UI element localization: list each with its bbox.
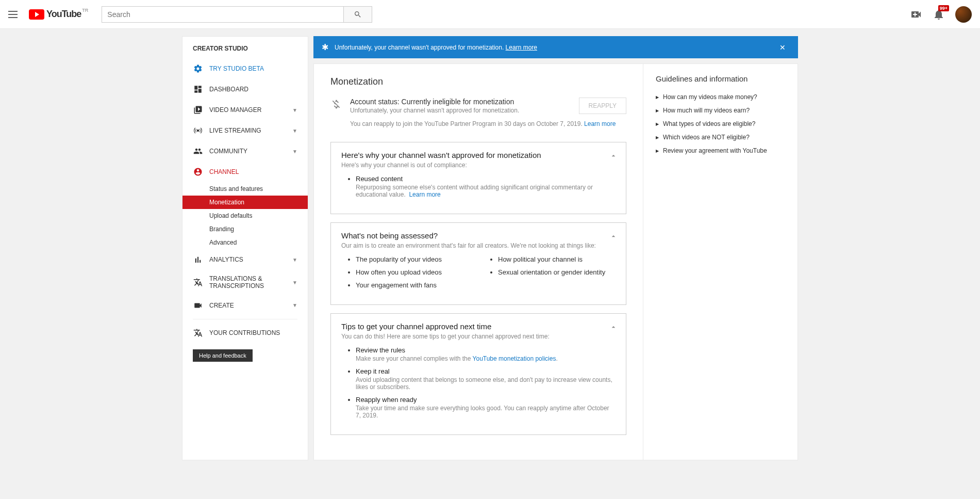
- chevron-down-icon: ▼: [292, 107, 297, 113]
- card-subheading: Here's why your channel is out of compli…: [341, 162, 616, 169]
- card-tips: Tips to get your channel approved next t…: [330, 313, 626, 435]
- sidebar-item-live[interactable]: LIVE STREAMING ▼: [182, 120, 308, 141]
- sidebar-sub-status[interactable]: Status and features: [182, 182, 308, 196]
- tip-desc: Take your time and make sure everything …: [356, 405, 616, 419]
- chevron-down-icon: ▼: [292, 257, 297, 263]
- sidebar-try-beta[interactable]: TRY STUDIO BETA: [182, 58, 308, 79]
- policies-link[interactable]: YouTube monetization policies: [473, 355, 556, 362]
- avatar[interactable]: [955, 6, 972, 23]
- chevron-up-icon: [609, 152, 618, 160]
- list-item: Keep it real Avoid uploading content tha…: [356, 367, 616, 391]
- sidebar-item-contributions[interactable]: YOUR CONTRIBUTIONS: [182, 323, 308, 343]
- tip-desc: Make sure your channel complies with the: [356, 355, 473, 362]
- sidebar-item-channel[interactable]: CHANNEL: [182, 162, 308, 182]
- help-feedback-button[interactable]: Help and feedback: [193, 349, 253, 362]
- reason-title: Reused content: [356, 175, 403, 183]
- camera-icon: [193, 300, 203, 311]
- chevron-up-icon: [609, 232, 618, 240]
- learn-more-link[interactable]: Learn more: [584, 120, 616, 127]
- youtube-logo[interactable]: YouTube TR: [29, 9, 81, 20]
- sidebar-label: DASHBOARD: [209, 86, 297, 93]
- collapse-button[interactable]: [609, 152, 618, 160]
- list-item: Reapply when ready Take your time and ma…: [356, 396, 616, 419]
- guideline-link[interactable]: How much will my videos earn?: [656, 104, 785, 117]
- sidebar-sub-advanced[interactable]: Advanced: [182, 236, 308, 249]
- list-item: How often you upload videos: [356, 268, 473, 276]
- reapply-button[interactable]: REAPPLY: [579, 98, 626, 114]
- info-icon: ✱: [322, 42, 328, 52]
- sidebar-item-dashboard[interactable]: DASHBOARD: [182, 79, 308, 100]
- alert-learn-more-link[interactable]: Learn more: [506, 44, 537, 51]
- sidebar-sub-upload-defaults[interactable]: Upload defaults: [182, 209, 308, 222]
- main-content: ✱ Unfortunately, your channel wasn't app…: [313, 36, 798, 460]
- sidebar-item-analytics[interactable]: ANALYTICS ▼: [182, 249, 308, 270]
- guideline-link[interactable]: Review your agreement with YouTube: [656, 144, 785, 157]
- card-reason: Here's why your channel wasn't approved …: [330, 142, 626, 214]
- search-button[interactable]: [344, 6, 372, 23]
- sidebar-item-video-manager[interactable]: VIDEO MANAGER ▼: [182, 100, 308, 120]
- upload-button[interactable]: [910, 8, 922, 21]
- sidebar-item-translations[interactable]: TRANSLATIONS & TRANSCRIPTIONS ▼: [182, 270, 308, 295]
- youtube-icon: [29, 9, 44, 20]
- search-input[interactable]: [102, 6, 344, 23]
- sidebar-sub-branding[interactable]: Branding: [182, 222, 308, 236]
- alert-banner: ✱ Unfortunately, your channel wasn't app…: [313, 36, 798, 58]
- chevron-down-icon: ▼: [292, 128, 297, 134]
- list-item: Reused content Repurposing someone else'…: [356, 175, 616, 198]
- collapse-button[interactable]: [609, 323, 618, 331]
- app-header: YouTube TR 99+: [0, 0, 980, 29]
- tip-desc: Avoid uploading content that belongs to …: [356, 376, 616, 391]
- person-icon: [193, 167, 203, 177]
- guidelines-heading: Guidelines and information: [656, 74, 785, 83]
- dashboard-icon: [193, 84, 203, 94]
- list-item: Sexual orientation or gender identity: [498, 268, 616, 276]
- translate-icon: [193, 277, 203, 287]
- card-not-assessed: What's not being assessed? Our aim is to…: [330, 222, 626, 305]
- hamburger-menu[interactable]: [8, 8, 21, 21]
- card-subheading: Our aim is to create an environment that…: [341, 242, 616, 249]
- guideline-link[interactable]: Which videos are NOT eligible?: [656, 131, 785, 144]
- chevron-down-icon: ▼: [292, 302, 297, 308]
- alert-text: Unfortunately, your channel wasn't appro…: [335, 44, 504, 51]
- sidebar-sub-monetization[interactable]: Monetization: [182, 196, 308, 209]
- chevron-down-icon: ▼: [292, 149, 297, 154]
- learn-more-link[interactable]: Learn more: [409, 191, 440, 198]
- collapse-button[interactable]: [609, 232, 618, 240]
- list-item: Review the rules Make sure your channel …: [356, 346, 616, 362]
- reason-desc: Repurposing someone else's content witho…: [356, 184, 593, 198]
- sidebar-item-create[interactable]: CREATE ▼: [182, 295, 308, 316]
- account-status-sub: Unfortunately, your channel wasn't appro…: [350, 107, 579, 114]
- list-item: How political your channel is: [498, 255, 616, 263]
- guideline-link[interactable]: What types of videos are eligible?: [656, 117, 785, 131]
- sidebar-beta-label: TRY STUDIO BETA: [209, 65, 297, 72]
- people-icon: [193, 146, 203, 156]
- sidebar-label: COMMUNITY: [209, 148, 292, 155]
- video-icon: [193, 105, 203, 115]
- gear-icon: [193, 63, 203, 74]
- guideline-link[interactable]: How can my videos make money?: [656, 90, 785, 104]
- chevron-up-icon: [609, 323, 618, 331]
- logo-text: YouTube: [46, 9, 81, 20]
- sidebar-title: CREATOR STUDIO: [182, 37, 308, 58]
- sidebar-label: VIDEO MANAGER: [209, 106, 292, 114]
- no-money-icon: [330, 99, 343, 110]
- sidebar: CREATOR STUDIO TRY STUDIO BETA DASHBOARD…: [182, 36, 308, 460]
- page-title: Monetization: [330, 76, 626, 87]
- sidebar-label: CREATE: [209, 302, 292, 309]
- alert-close-button[interactable]: ✕: [775, 43, 790, 52]
- chevron-down-icon: ▼: [292, 280, 297, 285]
- upload-icon: [910, 8, 922, 21]
- sidebar-label: LIVE STREAMING: [209, 127, 292, 134]
- live-icon: [193, 125, 203, 136]
- card-heading: Tips to get your channel approved next t…: [341, 322, 616, 331]
- notification-badge: 99+: [938, 5, 949, 11]
- monetization-panel: Monetization Account status: Currently i…: [313, 63, 643, 460]
- card-heading: What's not being assessed?: [341, 231, 616, 240]
- analytics-icon: [193, 254, 203, 265]
- tip-title: Reapply when ready: [356, 396, 417, 404]
- search-icon: [354, 10, 362, 19]
- sidebar-item-community[interactable]: COMMUNITY ▼: [182, 141, 308, 162]
- tip-desc-end: .: [556, 355, 557, 362]
- notifications-button[interactable]: 99+: [933, 8, 945, 21]
- sidebar-label: YOUR CONTRIBUTIONS: [209, 329, 297, 336]
